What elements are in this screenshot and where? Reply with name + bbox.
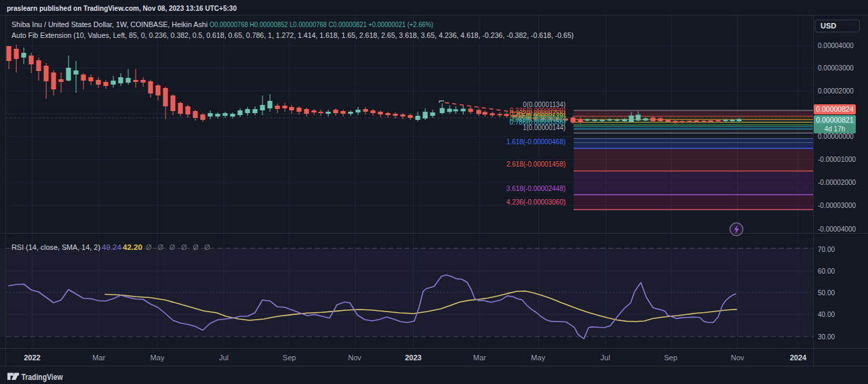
svg-text:0.00003000: 0.00003000 [818,64,854,72]
svg-text:3.618(-0.00002448): 3.618(-0.00002448) [507,185,566,192]
svg-text:2022: 2022 [24,354,40,362]
svg-text:May: May [151,354,165,362]
svg-text:Sep: Sep [283,354,296,362]
svg-text:Sep: Sep [664,354,677,362]
svg-text:Ø: Ø [193,243,198,251]
svg-text:praslearn published on Trading: praslearn published on TradingView.com, … [7,4,237,12]
svg-text:Ø: Ø [146,243,152,251]
svg-text:May: May [531,354,545,362]
svg-text:Mar: Mar [92,354,105,362]
svg-text:Ø: Ø [205,243,210,251]
svg-text:4.236(-0.00003060): 4.236(-0.00003060) [507,198,566,206]
svg-text:Ø: Ø [170,243,175,251]
svg-text:Ø: Ø [181,243,186,251]
svg-text:O0.00000768 H0.00000852 L0.0: O0.00000768 H0.00000852 L0.00000768 C0.0… [210,20,433,28]
svg-text:-0.00001000: -0.00001000 [818,156,856,163]
svg-text:30.00: 30.00 [818,333,835,341]
svg-text:42.20: 42.20 [123,243,142,251]
svg-text:4d 17h: 4d 17h [825,125,846,133]
svg-text:1(0.00000144): 1(0.00000144) [523,124,566,131]
svg-text:Nov: Nov [348,354,361,362]
svg-text:Jul: Jul [601,354,610,362]
svg-text:0.00002000: 0.00002000 [818,87,854,95]
svg-text:Mar: Mar [473,354,486,362]
svg-text:2023: 2023 [405,354,421,362]
svg-text:0.00004000: 0.00004000 [818,42,854,49]
svg-text:0.00000000: 0.00000000 [818,133,854,140]
svg-text:TradingView: TradingView [22,372,64,382]
svg-text:2024: 2024 [790,354,807,362]
svg-text:49.24: 49.24 [102,243,121,251]
svg-text:2.618(-0.00001458): 2.618(-0.00001458) [507,161,566,168]
svg-text:1.618(-0.00000468): 1.618(-0.00000468) [507,138,566,146]
svg-text:Auto Fib Extension (10, Values: Auto Fib Extension (10, Values, Left, 85… [12,31,574,39]
svg-text:50.00: 50.00 [818,289,835,297]
svg-text:0.00000824: 0.00000824 [816,105,854,113]
svg-text:70.00: 70.00 [818,246,835,253]
svg-text:Nov: Nov [731,354,745,362]
svg-text:-0.00003000: -0.00003000 [818,202,856,209]
svg-text:Ø: Ø [158,243,163,251]
svg-text:RSI (14, close, SMA, 14, 2): RSI (14, close, SMA, 14, 2) [12,243,100,251]
svg-text:-0.00002000: -0.00002000 [818,179,856,186]
svg-text:0.00000821: 0.00000821 [816,116,854,124]
svg-text:Jul: Jul [219,354,229,362]
svg-text:40.00: 40.00 [818,311,835,318]
svg-text:-0.00004000: -0.00004000 [818,226,856,233]
svg-text:USD: USD [821,22,836,30]
svg-text:60.00: 60.00 [818,268,835,275]
svg-text:Shiba Inu / United States Doll: Shiba Inu / United States Dollar, 1W, CO… [12,20,208,28]
